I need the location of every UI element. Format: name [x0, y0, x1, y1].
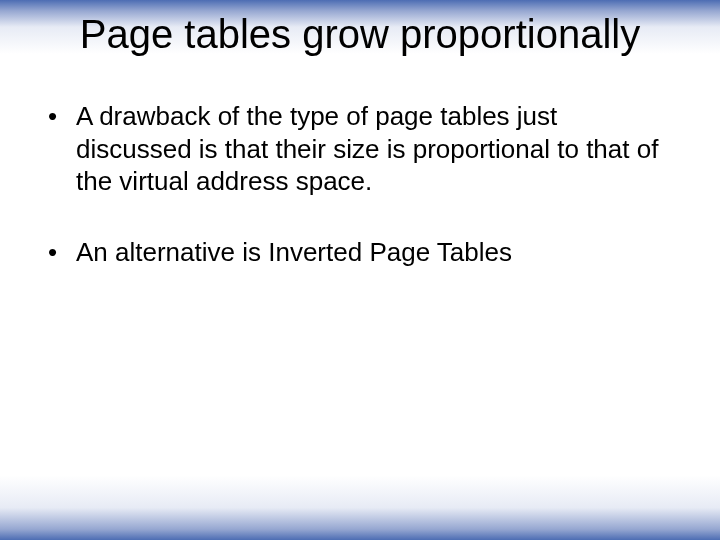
slide-title: Page tables grow proportionally	[0, 12, 720, 57]
bullet-list: A drawback of the type of page tables ju…	[48, 100, 660, 268]
slide: Page tables grow proportionally A drawba…	[0, 0, 720, 540]
slide-body: A drawback of the type of page tables ju…	[48, 100, 660, 306]
list-item: A drawback of the type of page tables ju…	[48, 100, 660, 198]
list-item: An alternative is Inverted Page Tables	[48, 236, 660, 269]
